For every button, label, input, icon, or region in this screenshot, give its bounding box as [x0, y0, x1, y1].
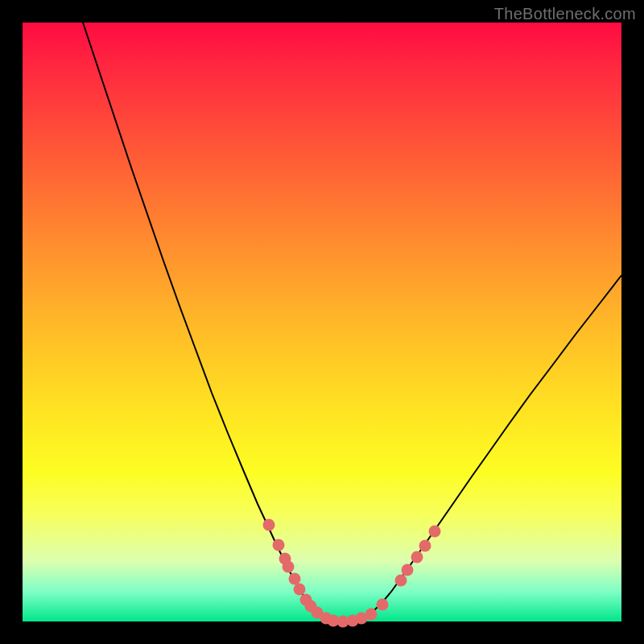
- data-marker: [365, 609, 378, 621]
- data-marker: [294, 584, 306, 596]
- markers-group: [263, 519, 441, 628]
- data-marker: [402, 564, 414, 576]
- bottleneck-curve: [83, 23, 621, 621]
- chart-svg: [23, 23, 621, 621]
- data-marker: [283, 561, 295, 573]
- data-marker: [411, 551, 423, 564]
- data-marker: [419, 540, 431, 552]
- data-marker: [395, 575, 407, 587]
- data-marker: [273, 539, 285, 551]
- data-marker: [263, 519, 275, 531]
- data-marker: [429, 526, 441, 538]
- data-marker: [377, 599, 389, 611]
- chart-area: [23, 23, 621, 621]
- data-marker: [289, 573, 301, 585]
- watermark-text: TheBottleneck.com: [494, 5, 636, 23]
